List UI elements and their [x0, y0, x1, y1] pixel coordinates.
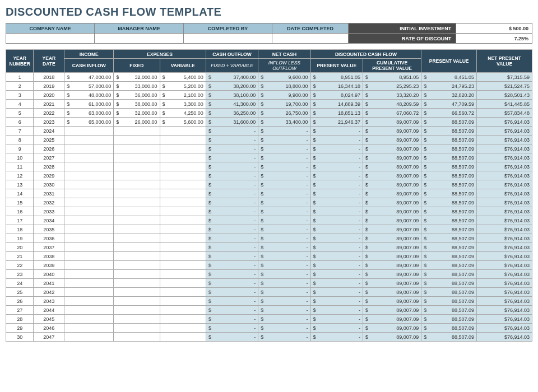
cell[interactable] — [64, 207, 114, 216]
cell[interactable] — [114, 144, 160, 153]
cell[interactable] — [114, 136, 160, 144]
completed-input[interactable] — [183, 34, 272, 44]
cell[interactable] — [114, 189, 160, 198]
cell[interactable] — [114, 333, 160, 342]
cell[interactable] — [64, 306, 114, 315]
cell[interactable]: $5,400.00 — [160, 73, 206, 82]
cell[interactable] — [160, 261, 206, 270]
cell[interactable] — [160, 144, 206, 153]
cell[interactable]: $33,000.00 — [114, 82, 160, 91]
cell[interactable] — [64, 162, 114, 171]
cell[interactable] — [64, 324, 114, 333]
cell[interactable] — [160, 153, 206, 162]
cell[interactable] — [160, 225, 206, 234]
cell[interactable]: $57,000.00 — [64, 82, 114, 91]
cell[interactable] — [160, 333, 206, 342]
cell[interactable] — [64, 171, 114, 180]
cell[interactable]: $32,000.00 — [114, 109, 160, 118]
cell[interactable]: $2,100.00 — [160, 91, 206, 100]
rate-value[interactable]: 7.25% — [456, 34, 532, 44]
cell[interactable]: $63,000.00 — [64, 109, 114, 118]
cell[interactable]: $38,000.00 — [114, 100, 160, 109]
cell[interactable] — [64, 216, 114, 225]
cell[interactable]: $47,000.00 — [64, 73, 114, 82]
cell[interactable] — [64, 270, 114, 279]
cell[interactable] — [160, 297, 206, 306]
cell[interactable] — [160, 315, 206, 324]
cell[interactable]: $61,000.00 — [64, 100, 114, 109]
cell[interactable] — [64, 225, 114, 234]
cell[interactable] — [114, 207, 160, 216]
cell[interactable] — [114, 252, 160, 261]
cell[interactable] — [64, 252, 114, 261]
cell[interactable] — [114, 243, 160, 252]
cell[interactable] — [64, 180, 114, 189]
cell[interactable] — [64, 288, 114, 297]
cell[interactable] — [64, 243, 114, 252]
cell[interactable] — [114, 324, 160, 333]
cell: $- — [258, 189, 310, 198]
cell[interactable] — [114, 270, 160, 279]
cell[interactable] — [114, 234, 160, 243]
cell[interactable] — [64, 234, 114, 243]
manager-input[interactable] — [95, 34, 183, 44]
cell[interactable]: $5,600.00 — [160, 118, 206, 127]
cell[interactable] — [64, 315, 114, 324]
cell[interactable] — [160, 198, 206, 207]
cell[interactable] — [160, 243, 206, 252]
cell[interactable]: $32,000.00 — [114, 73, 160, 82]
cell[interactable] — [160, 216, 206, 225]
cell[interactable]: $36,000.00 — [114, 91, 160, 100]
cell[interactable]: $4,250.00 — [160, 109, 206, 118]
cell[interactable] — [160, 136, 206, 144]
company-input[interactable] — [6, 34, 95, 44]
cell[interactable] — [64, 333, 114, 342]
cell[interactable]: $5,200.00 — [160, 82, 206, 91]
cell[interactable] — [64, 136, 114, 144]
cell[interactable] — [114, 180, 160, 189]
cell[interactable] — [160, 279, 206, 288]
year-number-cell: 3 — [6, 91, 34, 100]
cell[interactable] — [160, 171, 206, 180]
cell[interactable] — [64, 261, 114, 270]
cell[interactable] — [64, 279, 114, 288]
cell[interactable] — [114, 162, 160, 171]
cell[interactable]: $48,000.00 — [64, 91, 114, 100]
cell[interactable] — [64, 297, 114, 306]
cell[interactable] — [160, 127, 206, 136]
cell[interactable] — [114, 153, 160, 162]
cell[interactable] — [160, 234, 206, 243]
cell[interactable] — [160, 207, 206, 216]
cell[interactable] — [114, 306, 160, 315]
cell: $37,400.00 — [206, 73, 258, 82]
cell[interactable] — [160, 288, 206, 297]
cell[interactable] — [114, 297, 160, 306]
cell[interactable] — [160, 162, 206, 171]
cell[interactable] — [114, 225, 160, 234]
cell[interactable] — [114, 171, 160, 180]
cell[interactable] — [64, 198, 114, 207]
cell[interactable] — [114, 127, 160, 136]
cell[interactable] — [114, 261, 160, 270]
cell[interactable]: $3,300.00 — [160, 100, 206, 109]
cell[interactable] — [64, 153, 114, 162]
cell[interactable] — [114, 198, 160, 207]
date-input[interactable] — [272, 34, 349, 44]
cell[interactable] — [160, 252, 206, 261]
cell[interactable] — [114, 315, 160, 324]
cell[interactable] — [64, 127, 114, 136]
cell[interactable] — [114, 279, 160, 288]
cell[interactable]: $65,000.00 — [64, 118, 114, 127]
cell[interactable] — [114, 288, 160, 297]
cell[interactable] — [64, 144, 114, 153]
cell[interactable]: $26,000.00 — [114, 118, 160, 127]
cell: $89,007.09 — [363, 315, 421, 324]
cell[interactable] — [160, 270, 206, 279]
cell[interactable] — [114, 216, 160, 225]
cell[interactable] — [64, 189, 114, 198]
cell[interactable] — [160, 324, 206, 333]
cell[interactable] — [160, 180, 206, 189]
initial-investment-value[interactable]: $ 500.00 — [456, 24, 532, 34]
cell[interactable] — [160, 189, 206, 198]
cell[interactable] — [160, 306, 206, 315]
